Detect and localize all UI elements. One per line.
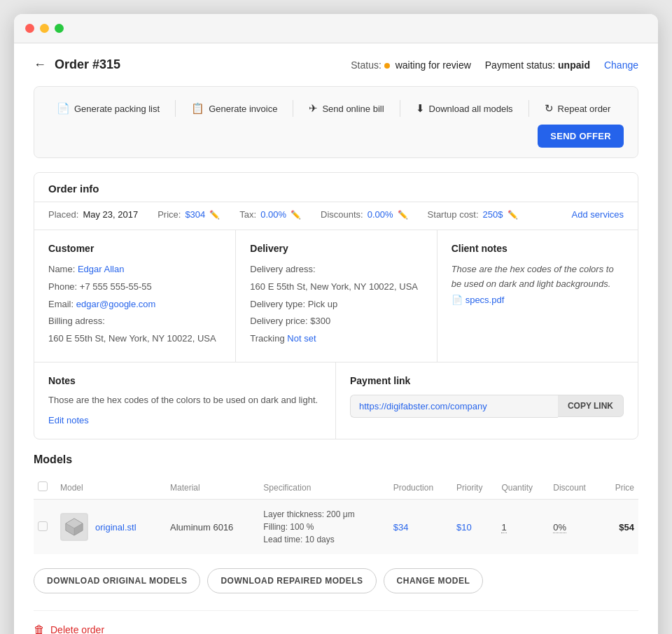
payment-status: Payment status: unpaid xyxy=(485,59,590,71)
client-notes-section: Client notes Those are the hex codes of … xyxy=(437,230,638,362)
delivery-title: Delivery xyxy=(250,243,422,254)
customer-name-value[interactable]: Edgar Allan xyxy=(78,264,125,274)
customer-name: Name: Edgar Allan xyxy=(48,262,221,277)
delivery-tracking-label: Tracking xyxy=(250,333,284,344)
spec-layer: Layer thickness: 200 μm xyxy=(263,508,384,521)
tax-value[interactable]: 0.00% xyxy=(260,209,286,220)
select-all-checkbox[interactable] xyxy=(38,481,48,491)
delivery-type-label: Delivery type: xyxy=(250,299,305,309)
minimize-button[interactable] xyxy=(40,24,49,33)
startup-cost-value[interactable]: 250$ xyxy=(483,209,503,220)
download-all-models-button[interactable]: ⬇ Download all models xyxy=(407,97,522,120)
delivery-section: Delivery Delivery adress: 160 E 55th St,… xyxy=(235,230,436,362)
discount-cell: 0% xyxy=(549,500,602,555)
customer-email-label: Email: xyxy=(48,299,74,309)
edit-notes-link[interactable]: Edit notes xyxy=(48,415,89,425)
download-icon: ⬇ xyxy=(416,102,425,115)
checkbox-header xyxy=(34,476,56,500)
material-col-header: Material xyxy=(166,476,259,500)
repeat-order-button[interactable]: ↻ Repeat order xyxy=(536,97,620,120)
customer-email-value[interactable]: edgar@google.com xyxy=(76,299,156,309)
divider3 xyxy=(400,100,400,117)
back-arrow-icon[interactable]: ← xyxy=(34,57,46,72)
discounts-value[interactable]: 0.00% xyxy=(368,209,393,220)
discount-value[interactable]: 0% xyxy=(553,522,566,533)
change-model-button[interactable]: CHANGE MODEL xyxy=(384,568,484,593)
delivery-price-value: $300 xyxy=(310,316,330,326)
delivery-price: Delivery price: $300 xyxy=(250,314,422,329)
tax-item: Tax: 0.00% ✏️ xyxy=(239,209,301,220)
price-edit-icon[interactable]: ✏️ xyxy=(209,210,220,220)
placed-item: Placed: May 23, 2017 xyxy=(48,209,138,220)
payment-link-section: Payment link https://digifabster.com/com… xyxy=(336,362,638,439)
divider xyxy=(175,100,176,117)
price-value: $54 xyxy=(619,522,634,533)
customer-email: Email: edgar@google.com xyxy=(48,297,221,312)
tax-edit-icon[interactable]: ✏️ xyxy=(290,210,301,220)
row-checkbox-cell xyxy=(34,500,56,555)
copy-link-button[interactable]: COPY LINK xyxy=(558,395,624,417)
generate-invoice-button[interactable]: 📋 Generate invoice xyxy=(183,97,286,120)
download-repaired-models-button[interactable]: DOWNLOAD REPAIRED MODELS xyxy=(207,568,376,593)
quantity-value[interactable]: 1 xyxy=(501,522,506,533)
price-col-header: Price xyxy=(603,476,638,500)
tax-label: Tax: xyxy=(239,209,256,220)
payment-url: https://digifabster.com/company xyxy=(350,395,558,418)
delete-order-label: Delete order xyxy=(50,624,104,634)
customer-phone-label: Phone: xyxy=(48,281,77,292)
close-button[interactable] xyxy=(25,24,34,33)
add-services-link[interactable]: Add services xyxy=(572,209,624,220)
maximize-button[interactable] xyxy=(55,24,64,33)
startup-cost-edit-icon[interactable]: ✏️ xyxy=(507,210,518,220)
placed-value: May 23, 2017 xyxy=(83,209,138,220)
production-value[interactable]: $34 xyxy=(393,522,409,533)
send-online-bill-label: Send online bill xyxy=(322,104,384,114)
order-title: Order #315 xyxy=(55,57,120,72)
delivery-price-label: Delivery price: xyxy=(250,316,307,326)
status-label: Status: xyxy=(351,59,382,71)
discounts-item: Discounts: 0.00% ✏️ xyxy=(321,209,408,220)
production-cell: $34 xyxy=(389,500,452,555)
repeat-icon: ↻ xyxy=(545,102,554,115)
pdf-icon: 📄 xyxy=(451,295,463,305)
specs-pdf-link[interactable]: 📄 specs.pdf xyxy=(451,295,624,305)
price-value[interactable]: $304 xyxy=(185,209,205,220)
header: ← Order #315 Status: waiting for review … xyxy=(34,57,638,72)
price-cell: $54 xyxy=(603,500,638,555)
specification-cell: Layer thickness: 200 μm Filling: 100 % L… xyxy=(259,500,388,555)
quantity-cell: 1 xyxy=(497,500,549,555)
trash-icon: 🗑 xyxy=(34,624,45,634)
delivery-type: Delivery type: Pick up xyxy=(250,297,422,312)
priority-value[interactable]: $10 xyxy=(456,522,472,533)
send-offer-button[interactable]: SEND OFFER xyxy=(538,125,624,148)
row-checkbox[interactable] xyxy=(38,521,48,531)
discount-col-header: Discount xyxy=(549,476,602,500)
order-info-title: Order info xyxy=(48,183,624,195)
notes-section: Notes Those are the hex codes of the col… xyxy=(34,362,336,439)
download-original-models-button[interactable]: DOWNLOAD ORIGINAL MODELS xyxy=(34,568,200,593)
startup-cost-label: Startup cost: xyxy=(428,209,479,220)
model-actions: DOWNLOAD ORIGINAL MODELS DOWNLOAD REPAIR… xyxy=(34,568,638,593)
placed-label: Placed: xyxy=(48,209,78,220)
model-filename[interactable]: original.stl xyxy=(95,522,136,533)
payment-link-row: https://digifabster.com/company COPY LIN… xyxy=(350,395,624,418)
payment-link-title: Payment link xyxy=(350,375,624,386)
invoice-icon: 📋 xyxy=(191,102,204,115)
change-link[interactable]: Change xyxy=(604,59,638,71)
status-section: Status: waiting for review xyxy=(351,59,471,71)
send-online-bill-button[interactable]: ✈ Send online bill xyxy=(300,97,392,120)
startup-cost-item: Startup cost: 250$ ✏️ xyxy=(428,209,518,220)
three-col-section: Customer Name: Edgar Allan Phone: +7 555… xyxy=(34,230,638,362)
delivery-type-value: Pick up xyxy=(308,299,338,309)
send-icon: ✈ xyxy=(309,102,318,115)
table-row: original.stl Aluminum 6016 Layer thickne… xyxy=(34,500,638,555)
payment-value: unpaid xyxy=(558,59,590,71)
customer-name-label: Name: xyxy=(48,264,75,274)
discounts-edit-icon[interactable]: ✏️ xyxy=(398,210,408,220)
generate-packing-list-button[interactable]: 📄 Generate packing list xyxy=(48,97,168,120)
repeat-order-label: Repeat order xyxy=(558,104,611,114)
models-table: Model Material Specification Production … xyxy=(34,476,638,554)
delete-order-button[interactable]: 🗑 Delete order xyxy=(34,624,104,634)
models-title: Models xyxy=(34,453,638,466)
delivery-tracking-value[interactable]: Not set xyxy=(287,333,316,344)
